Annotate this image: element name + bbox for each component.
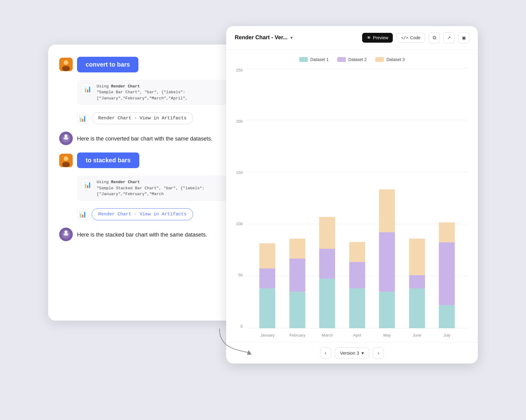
bar-may-d3	[379, 189, 395, 232]
svg-point-4	[62, 66, 70, 71]
bar-march-d3	[319, 217, 335, 249]
bar-group-january	[258, 68, 277, 328]
y-label-50: 50	[236, 273, 243, 277]
bars-container	[246, 68, 468, 328]
svg-point-11	[64, 156, 68, 161]
chevron-down-icon[interactable]: ▾	[290, 35, 292, 40]
bar-group-march	[318, 68, 336, 328]
bar-june-d1	[409, 288, 425, 328]
bar-april-d1	[349, 288, 365, 328]
bar-april-d2	[349, 262, 365, 288]
bar-may-d1	[379, 292, 395, 328]
x-label-june: June	[408, 333, 426, 337]
artifact-title: Render Chart - Ver... ▾	[235, 34, 358, 41]
x-label-february: February	[288, 333, 307, 337]
bar-group-april	[348, 68, 366, 328]
ai-text-1: Here is the converted bar chart with the…	[77, 132, 212, 143]
bar-stack-april	[349, 242, 365, 328]
bar-january-d3	[259, 243, 275, 268]
tool-call-2: 📊 Using Render Chart "Sample Stacked Bar…	[77, 175, 246, 201]
legend-label-3: Dataset 3	[386, 57, 405, 62]
arrow-decoration	[216, 326, 253, 357]
artifact-panel: Render Chart - Ver... ▾ 👁 Preview </> Co…	[226, 26, 478, 364]
artifact-view-button-1[interactable]: Render Chart - View in Artifacts	[92, 112, 193, 124]
artifact-footer: ‹ Version 3 ▾ ›	[226, 342, 478, 364]
legend-label-1: Dataset 1	[310, 57, 329, 62]
artifact-chart-icon-2: 📊	[77, 209, 88, 220]
artifact-link-2: 📊 Render Chart - View in Artifacts	[77, 208, 246, 220]
ai-message-1: Here is the converted bar chart with the…	[59, 132, 246, 145]
bar-stack-january	[259, 243, 275, 328]
legend-swatch-1	[299, 57, 308, 62]
svg-point-3	[64, 60, 68, 65]
ai-avatar-1	[59, 132, 73, 145]
user-message-1: convert to bars	[59, 57, 246, 72]
to-stacked-bars-button[interactable]: to stacked bars	[77, 152, 139, 168]
bar-april-d3	[349, 242, 365, 262]
bar-stack-july	[439, 222, 455, 328]
legend-swatch-3	[375, 57, 384, 62]
chart-icon-2: 📊	[82, 179, 93, 190]
x-label-april: April	[348, 333, 366, 337]
y-label-200: 200	[236, 119, 243, 123]
bar-group-may	[378, 68, 396, 328]
x-label-may: May	[378, 333, 396, 337]
bar-stack-june	[409, 239, 425, 328]
tool-call-text-2: Using Render Chart "Sample Stacked Bar C…	[97, 179, 241, 197]
bar-may-d2	[379, 232, 395, 292]
y-label-250: 250	[236, 68, 243, 72]
bar-march-d2	[319, 249, 335, 279]
sidebar-icon: ▣	[462, 35, 466, 40]
external-link-button[interactable]: ↗	[443, 32, 454, 43]
svg-point-15	[64, 230, 68, 233]
artifact-chart-icon-1: 📊	[77, 113, 88, 124]
chart-area: Dataset 1 Dataset 2 Dataset 3 0 50 100	[226, 50, 478, 342]
eye-icon: 👁	[367, 35, 371, 40]
legend-item-3: Dataset 3	[375, 57, 405, 62]
chart-inner: January February March April May June Ju…	[246, 68, 468, 337]
bar-january-d1	[259, 288, 275, 328]
chat-panel: convert to bars 📊 Using Render Chart "Sa…	[48, 44, 257, 321]
x-label-march: March	[318, 333, 336, 337]
bar-july-d3	[439, 222, 455, 242]
next-version-button[interactable]: ›	[373, 348, 384, 359]
sidebar-toggle-button[interactable]: ▣	[458, 32, 469, 43]
code-button[interactable]: </> Code	[396, 33, 425, 43]
code-icon: </>	[401, 35, 408, 40]
chart-icon-1: 📊	[82, 83, 93, 94]
bar-july-d1	[439, 305, 455, 328]
legend-item-1: Dataset 1	[299, 57, 329, 62]
tool-call-1: 📊 Using Render Chart "Sample Bar Chart",…	[77, 80, 246, 105]
convert-to-bars-button[interactable]: convert to bars	[77, 57, 138, 72]
version-label: Version 3	[340, 350, 359, 356]
y-label-150: 150	[236, 171, 243, 175]
bar-stack-may	[379, 189, 395, 328]
preview-button[interactable]: 👁 Preview	[362, 33, 393, 43]
x-label-january: January	[258, 333, 277, 337]
artifact-header: Render Chart - Ver... ▾ 👁 Preview </> Co…	[226, 26, 478, 50]
bar-march-d1	[319, 279, 335, 328]
x-label-july: July	[438, 333, 456, 337]
artifact-view-button-2[interactable]: Render Chart - View in Artifacts	[92, 208, 193, 220]
bar-group-february	[288, 68, 307, 328]
prev-version-button[interactable]: ‹	[320, 348, 331, 359]
tool-call-text-1: Using Render Chart "Sample Bar Chart", "…	[97, 83, 241, 102]
copy-icon: ⧉	[433, 35, 436, 40]
external-link-icon: ↗	[447, 35, 451, 40]
bar-february-d1	[289, 292, 305, 328]
version-selector[interactable]: Version 3 ▾	[335, 348, 369, 359]
svg-point-7	[64, 134, 68, 137]
copy-button[interactable]: ⧉	[429, 32, 440, 43]
bar-stack-february	[289, 239, 305, 328]
bar-june-d3	[409, 239, 425, 275]
ai-text-2: Here is the stacked bar chart with the s…	[77, 228, 207, 239]
ai-avatar-2	[59, 228, 73, 241]
bar-stack-march	[319, 217, 335, 328]
user-avatar-1	[59, 58, 73, 71]
chart-legend: Dataset 1 Dataset 2 Dataset 3	[236, 57, 468, 62]
legend-swatch-2	[337, 57, 346, 62]
legend-label-2: Dataset 2	[348, 57, 367, 62]
user-message-2: to stacked bars	[59, 152, 246, 168]
legend-item-2: Dataset 2	[337, 57, 367, 62]
user-avatar-2	[59, 154, 73, 167]
